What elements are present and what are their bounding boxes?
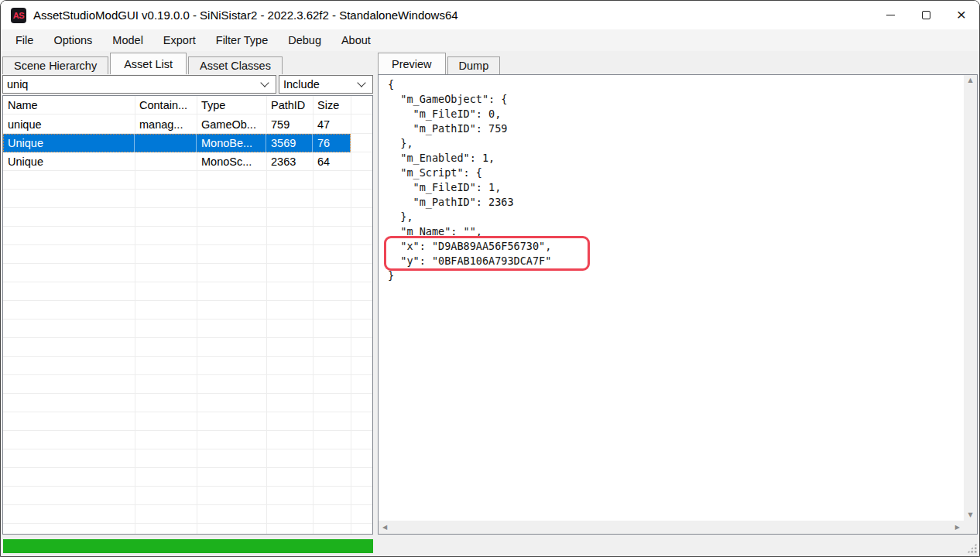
scroll-up-icon[interactable]: ▲: [968, 77, 972, 84]
window-title: AssetStudioModGUI v0.19.0.0 - SiNiSistar…: [33, 9, 458, 22]
maximize-button[interactable]: [908, 1, 944, 29]
maximize-icon: [922, 11, 930, 19]
menu-file[interactable]: File: [5, 31, 43, 50]
search-combobox[interactable]: uniq: [2, 75, 276, 94]
preview-panel: Preview Dump { "m_GameObject": { "m_File…: [378, 53, 978, 536]
tab-preview[interactable]: Preview: [378, 53, 446, 74]
horizontal-scrollbar[interactable]: ◀ ▶: [379, 521, 964, 534]
preview-json-text: { "m_GameObject": { "m_FileID": 0, "m_Pa…: [379, 75, 964, 283]
tab-asset-classes[interactable]: Asset Classes: [188, 56, 283, 74]
chevron-down-icon[interactable]: [260, 78, 269, 87]
scroll-down-icon[interactable]: ▼: [968, 512, 972, 518]
cell-size: 64: [313, 155, 351, 168]
status-bar: [1, 536, 979, 556]
listview-header: Name Contain... Type PathID Size: [3, 96, 372, 114]
scroll-right-icon[interactable]: ▶: [955, 525, 960, 531]
menu-bar: File Options Model Export Filter Type De…: [1, 29, 979, 51]
cell-name: Unique: [3, 134, 135, 152]
cell-type: GameOb...: [197, 118, 266, 131]
column-header-size[interactable]: Size: [313, 99, 351, 111]
asset-tabstrip: Scene Hierarchy Asset List Asset Classes: [2, 53, 373, 74]
progress-bar: [3, 539, 373, 553]
cell-name: unique: [3, 118, 135, 131]
filter-mode-combobox[interactable]: Include: [279, 75, 373, 94]
menu-about[interactable]: About: [331, 31, 381, 50]
search-input[interactable]: uniq: [7, 78, 262, 91]
window-controls: ×: [872, 1, 979, 29]
vertical-scrollbar[interactable]: ▲ ▼: [964, 75, 977, 521]
cell-container: [135, 134, 197, 152]
app-logo-text: AS: [13, 11, 24, 20]
close-button[interactable]: ×: [944, 1, 979, 29]
menu-options[interactable]: Options: [43, 31, 102, 50]
menu-export[interactable]: Export: [153, 31, 206, 50]
menu-model[interactable]: Model: [102, 31, 153, 50]
table-row[interactable]: unique manag... GameOb... 759 47: [3, 115, 372, 134]
scroll-left-icon[interactable]: ◀: [382, 525, 387, 531]
column-header-container[interactable]: Contain...: [135, 99, 197, 111]
minimize-icon: [886, 15, 895, 15]
table-row-selected[interactable]: Unique MonoBe... 3569 76: [3, 134, 351, 152]
search-row: uniq Include: [2, 75, 373, 94]
preview-box: { "m_GameObject": { "m_FileID": 0, "m_Pa…: [378, 74, 978, 535]
scrollbar-corner: [964, 521, 977, 534]
tab-asset-list[interactable]: Asset List: [110, 53, 187, 74]
asset-listview[interactable]: Name Contain... Type PathID Size unique …: [2, 95, 373, 535]
table-row[interactable]: Unique MonoSc... 2363 64: [3, 152, 372, 171]
tab-dump[interactable]: Dump: [447, 56, 501, 74]
listview-body: unique manag... GameOb... 759 47 Unique …: [3, 115, 372, 534]
cell-pathid: 3569: [266, 134, 313, 152]
app-window: AS AssetStudioModGUI v0.19.0.0 - SiNiSis…: [0, 0, 980, 557]
cell-type: MonoBe...: [197, 134, 266, 152]
cell-pathid: 2363: [266, 155, 313, 168]
titlebar: AS AssetStudioModGUI v0.19.0.0 - SiNiSis…: [1, 1, 979, 29]
chevron-down-icon[interactable]: [357, 78, 365, 87]
menu-filter-type[interactable]: Filter Type: [206, 31, 278, 50]
close-icon: ×: [957, 6, 966, 22]
column-header-type[interactable]: Type: [197, 99, 266, 111]
menu-debug[interactable]: Debug: [278, 31, 331, 50]
asset-panel: Scene Hierarchy Asset List Asset Classes…: [2, 53, 373, 536]
column-header-name[interactable]: Name: [3, 99, 135, 111]
cell-pathid: 759: [266, 118, 313, 131]
cell-container: manag...: [135, 118, 197, 131]
cell-name: Unique: [3, 155, 135, 168]
column-header-pathid[interactable]: PathID: [266, 99, 313, 111]
cell-type: MonoSc...: [197, 155, 266, 168]
cell-size: 76: [313, 134, 351, 152]
filter-mode-value: Include: [283, 78, 358, 91]
app-logo-icon: AS: [11, 8, 26, 23]
tab-scene-hierarchy[interactable]: Scene Hierarchy: [2, 56, 108, 74]
main-content: Scene Hierarchy Asset List Asset Classes…: [1, 51, 979, 536]
cell-size: 47: [313, 118, 351, 131]
minimize-button[interactable]: [872, 1, 908, 29]
progress-bar-fill: [3, 539, 373, 553]
preview-content: { "m_GameObject": { "m_FileID": 0, "m_Pa…: [379, 75, 964, 521]
preview-tabstrip: Preview Dump: [378, 53, 978, 74]
resize-grip-icon[interactable]: [967, 543, 977, 553]
